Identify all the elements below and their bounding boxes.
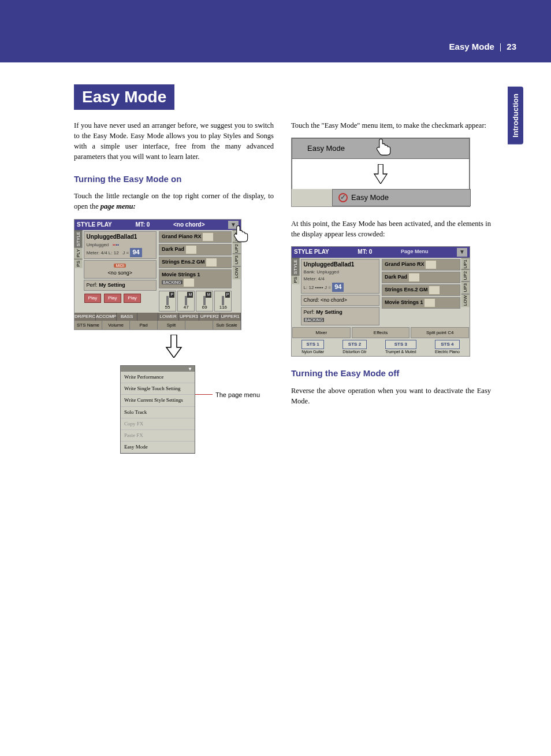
vtab-up3[interactable]: UP3 [461, 281, 470, 294]
fader[interactable]: M69 [196, 291, 213, 312]
dropdown-arrow-icon[interactable]: ▼ [121, 366, 195, 372]
menu-item[interactable]: Write Performance [121, 372, 195, 383]
sts-row: STS 1 Nylon Guitar STS 2 Distortion Gtr … [292, 339, 470, 356]
piano-icon [203, 233, 213, 241]
easy-mode-label: Easy Mode [307, 143, 345, 154]
checkmark-icon: ✓ [338, 193, 348, 202]
tempo-value: 94 [130, 248, 142, 257]
easy-mode-screenshot: STYLE PLAY MT: 0 Page Menu ▼ STYLE PS Un… [291, 246, 470, 357]
lcd-header-title: STYLE PLAY [77, 221, 112, 229]
activated-paragraph: At this point, the Easy Mode has been ac… [291, 218, 491, 239]
strings-icon [206, 258, 217, 266]
chord-cell[interactable]: Chord: <no chord> [301, 295, 379, 306]
style-cell[interactable]: UnpluggedBallad1 Bank: Unplugged Meter: … [301, 259, 379, 294]
song-cell[interactable]: MIDI <no song> [84, 260, 157, 279]
play-button[interactable]: Play [84, 294, 102, 303]
sts-button[interactable]: STS 2 [342, 340, 366, 349]
page-menu-label[interactable]: Page Menu [401, 248, 429, 257]
split-point-button[interactable]: Split point C4 [411, 327, 469, 339]
intro-paragraph: If you have never used an arranger befor… [74, 120, 274, 162]
running-head-text: Easy Mode [449, 42, 494, 51]
perf-cell[interactable]: Perf: My Setting [84, 280, 157, 291]
arrow-down-icon [74, 335, 274, 361]
bottom-tab-row: STS Name Volume Pad Split Sub Scale [75, 321, 241, 330]
sts-button[interactable]: STS 1 [301, 340, 324, 349]
vtab-low[interactable]: LOW [233, 266, 241, 279]
sound-cell-2[interactable]: Dark Pad [382, 272, 460, 283]
easy-mode-row-unchecked[interactable]: Easy Mode [292, 138, 470, 159]
header-band: Easy Mode 23 [0, 0, 551, 62]
vtab-up2[interactable]: UP2 [461, 269, 470, 281]
style-cell[interactable]: UnpluggedBallad1 Unplugged ▪▪▪▪ Meter: 4… [84, 231, 157, 259]
menu-item-easy-mode[interactable]: Easy Mode [121, 442, 195, 453]
track-button-row: DR/PERC ACCOMP BASS LOWER UPPER3 UPPER2 … [75, 313, 241, 321]
easy-mode-toggle-illustration: Easy Mode ✓ Easy Mode [291, 138, 470, 207]
open-page-menu-paragraph: Touch the little rectangle on the top ri… [74, 191, 274, 212]
touch-easy-mode-paragraph: Touch the "Easy Mode" menu item, to make… [291, 120, 491, 131]
menu-item-disabled: Copy FX [121, 418, 195, 430]
play-button[interactable]: Play [104, 294, 121, 303]
mixer-button[interactable]: Mixer [292, 327, 351, 339]
lcd-header: STYLE PLAY MT: 0 <no chord> ▼ [75, 220, 241, 231]
hand-cursor-icon [373, 136, 394, 157]
annotation-line [195, 394, 213, 395]
arrow-spacer [292, 159, 470, 189]
page-title: Easy Mode [74, 84, 174, 110]
sound-cell-3[interactable]: Strings Ens.2 GM [382, 284, 460, 296]
running-head: Easy Mode 23 [449, 42, 516, 51]
fader-row: P55 M47 M69 P116 [158, 290, 233, 313]
fader[interactable]: P55 [159, 291, 176, 312]
left-column: If you have never used an arranger befor… [74, 120, 274, 454]
perf-cell[interactable]: Perf: My Setting BACKING [301, 307, 379, 325]
side-tab-introduction: Introduction [508, 87, 523, 144]
menu-item[interactable]: Solo Track [121, 407, 195, 418]
subhead-turn-on: Turning the Easy Mode on [74, 173, 274, 186]
page-menu-trigger-icon[interactable]: ▼ [457, 248, 467, 257]
style-play-screenshot: STYLE PLAY MT: 0 <no chord> ▼ STYLE PLY … [74, 219, 241, 331]
pad-icon [186, 246, 196, 254]
sound-cell-1[interactable]: Grand Piano RX [159, 231, 232, 243]
sound-cell-4[interactable]: Movie Strings 1 [382, 297, 460, 309]
fader[interactable]: M47 [177, 291, 195, 312]
sts-button[interactable]: STS 4 [435, 340, 460, 349]
strings2-icon [184, 279, 194, 287]
effects-button[interactable]: Effects [352, 327, 410, 339]
lcd2-header: STYLE PLAY MT: 0 Page Menu ▼ [292, 247, 470, 258]
subhead-turn-off: Turning the Easy Mode off [291, 367, 491, 380]
song-name: <no song> [108, 270, 133, 276]
pad-icon [409, 273, 419, 281]
midi-badge: MIDI [114, 264, 126, 268]
vtab-ps[interactable]: PS [75, 259, 83, 268]
menu-item[interactable]: Write Current Style Settings [121, 395, 195, 406]
easy-mode-label: Easy Mode [351, 192, 389, 203]
strings2-icon [425, 299, 435, 307]
sound-cell-2[interactable]: Dark Pad [159, 244, 232, 255]
easy-mode-row-checked[interactable]: ✓ Easy Mode [332, 189, 471, 206]
vtab-style[interactable]: STYLE [292, 258, 300, 275]
tempo-value: 94 [332, 283, 344, 292]
sound-cell-1[interactable]: Grand Piano RX [382, 259, 460, 270]
fader[interactable]: P116 [214, 291, 232, 312]
sound-cell-3[interactable]: Strings Ens.2 GM [159, 257, 232, 268]
lcd-header-mt: MT: 0 [135, 221, 150, 229]
perf-value: My Setting [99, 282, 125, 288]
right-column: Touch the "Easy Mode" menu item, to make… [291, 120, 491, 454]
vtab-style[interactable]: STYLE [75, 230, 83, 247]
style-name: UnpluggedBallad1 [87, 233, 154, 242]
page-menu-illustration: ▼ Write Performance Write Single Touch S… [74, 365, 274, 453]
menu-item[interactable]: Write Single Touch Setting [121, 383, 195, 395]
menu-item-disabled: Paste FX [121, 430, 195, 442]
play-button[interactable]: Play [124, 294, 141, 303]
vtab-ply[interactable]: PLY [75, 247, 83, 259]
vtab-low[interactable]: LOW [461, 294, 470, 307]
vtab-up3[interactable]: UP3 [233, 254, 241, 266]
lcd-header-chord: <no chord> [173, 221, 204, 229]
sts-button[interactable]: STS 3 [385, 340, 416, 349]
bottom-button-row: Mixer Effects Split point C4 [292, 327, 470, 339]
arrow-down-icon [373, 164, 388, 184]
strings-icon [429, 286, 440, 294]
vtab-ps[interactable]: PS [292, 275, 300, 284]
turn-off-paragraph: Reverse the above operation when you wan… [291, 386, 491, 406]
vtab-up1[interactable]: UP1 [461, 258, 470, 270]
sound-cell-4[interactable]: Movie Strings 1BACKING [159, 269, 232, 288]
